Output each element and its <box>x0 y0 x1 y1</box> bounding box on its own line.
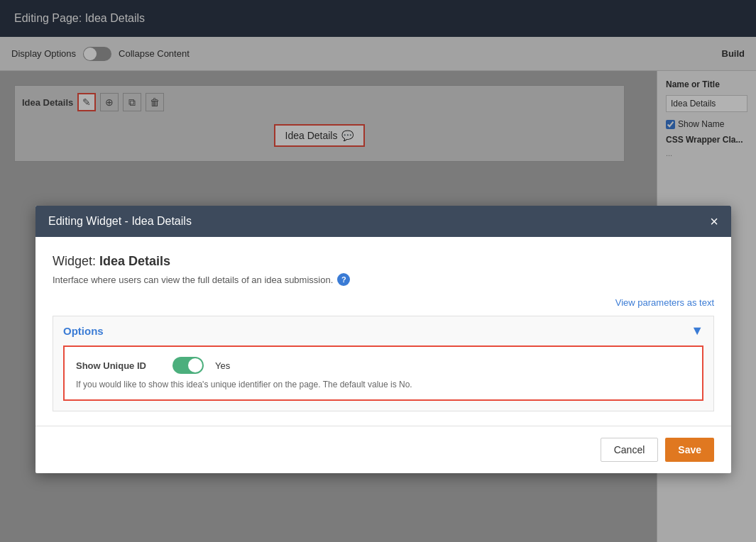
options-section: Options ▼ Show Unique ID Yes If you woul… <box>53 316 714 411</box>
view-params-link[interactable]: View parameters as text <box>615 297 714 308</box>
option-row-top: Show Unique ID Yes <box>76 357 691 374</box>
option-description: If you would like to show this idea's un… <box>76 380 691 389</box>
modal-body: Widget: Idea Details Interface where use… <box>35 237 731 411</box>
modal-widget-description: Interface where users can view the full … <box>53 273 714 286</box>
modal-header: Editing Widget - Idea Details × <box>35 206 731 237</box>
modal-footer: Cancel Save <box>35 426 731 473</box>
view-params-link-container: View parameters as text <box>53 296 714 309</box>
widget-prefix: Widget: <box>53 254 96 268</box>
options-body: Show Unique ID Yes If you would like to … <box>53 345 713 411</box>
chevron-down-icon: ▼ <box>691 323 703 338</box>
show-unique-id-toggle[interactable] <box>172 357 204 374</box>
options-header[interactable]: Options ▼ <box>53 316 713 345</box>
cancel-button[interactable]: Cancel <box>601 438 659 462</box>
modal-close-button[interactable]: × <box>710 214 718 228</box>
editing-widget-modal: Editing Widget - Idea Details × Widget: … <box>35 206 731 473</box>
save-button[interactable]: Save <box>665 438 714 462</box>
description-text: Interface where users can view the full … <box>53 275 333 285</box>
modal-header-title: Editing Widget - Idea Details <box>48 215 192 228</box>
modal-widget-label: Widget: Idea Details <box>53 254 714 269</box>
widget-name: Idea Details <box>99 254 170 268</box>
options-label: Options <box>63 325 104 337</box>
help-icon[interactable]: ? <box>337 273 350 286</box>
show-unique-id-label: Show Unique ID <box>76 360 161 371</box>
toggle-on-knob <box>188 358 202 372</box>
show-unique-id-row: Show Unique ID Yes If you would like to … <box>63 345 703 401</box>
toggle-yes-label: Yes <box>215 360 230 371</box>
